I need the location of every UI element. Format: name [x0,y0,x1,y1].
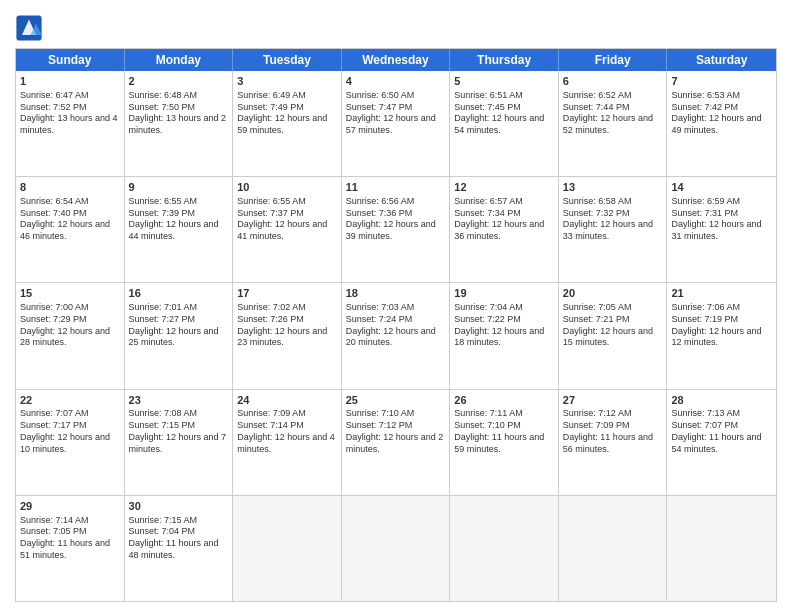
day-number: 26 [454,393,554,408]
daylight-info: Daylight: 12 hours and 46 minutes. [20,219,120,242]
sunrise-info: Sunrise: 7:07 AM [20,408,120,420]
sunset-info: Sunset: 7:44 PM [563,102,663,114]
sunrise-info: Sunrise: 6:57 AM [454,196,554,208]
sunset-info: Sunset: 7:17 PM [20,420,120,432]
daylight-info: Daylight: 12 hours and 31 minutes. [671,219,772,242]
day-cell-2: 2 Sunrise: 6:48 AM Sunset: 7:50 PM Dayli… [125,71,234,176]
day-cell-16: 16 Sunrise: 7:01 AM Sunset: 7:27 PM Dayl… [125,283,234,388]
daylight-info: Daylight: 12 hours and 59 minutes. [237,113,337,136]
day-number: 24 [237,393,337,408]
header [15,10,777,42]
day-cell-3: 3 Sunrise: 6:49 AM Sunset: 7:49 PM Dayli… [233,71,342,176]
daylight-info: Daylight: 13 hours and 2 minutes. [129,113,229,136]
day-number: 8 [20,180,120,195]
sunset-info: Sunset: 7:24 PM [346,314,446,326]
daylight-info: Daylight: 11 hours and 59 minutes. [454,432,554,455]
header-day-wednesday: Wednesday [342,49,451,71]
day-cell-21: 21 Sunrise: 7:06 AM Sunset: 7:19 PM Dayl… [667,283,776,388]
calendar-row-2: 8 Sunrise: 6:54 AM Sunset: 7:40 PM Dayli… [16,177,776,283]
day-number: 10 [237,180,337,195]
sunset-info: Sunset: 7:04 PM [129,526,229,538]
daylight-info: Daylight: 11 hours and 54 minutes. [671,432,772,455]
day-cell-7: 7 Sunrise: 6:53 AM Sunset: 7:42 PM Dayli… [667,71,776,176]
sunset-info: Sunset: 7:49 PM [237,102,337,114]
header-day-tuesday: Tuesday [233,49,342,71]
sunrise-info: Sunrise: 6:56 AM [346,196,446,208]
day-number: 20 [563,286,663,301]
day-cell-9: 9 Sunrise: 6:55 AM Sunset: 7:39 PM Dayli… [125,177,234,282]
sunset-info: Sunset: 7:05 PM [20,526,120,538]
day-number: 14 [671,180,772,195]
day-cell-14: 14 Sunrise: 6:59 AM Sunset: 7:31 PM Dayl… [667,177,776,282]
daylight-info: Daylight: 12 hours and 7 minutes. [129,432,229,455]
day-cell-13: 13 Sunrise: 6:58 AM Sunset: 7:32 PM Dayl… [559,177,668,282]
sunset-info: Sunset: 7:09 PM [563,420,663,432]
day-number: 4 [346,74,446,89]
sunrise-info: Sunrise: 7:14 AM [20,515,120,527]
daylight-info: Daylight: 12 hours and 10 minutes. [20,432,120,455]
day-number: 23 [129,393,229,408]
sunset-info: Sunset: 7:12 PM [346,420,446,432]
day-cell-4: 4 Sunrise: 6:50 AM Sunset: 7:47 PM Dayli… [342,71,451,176]
sunrise-info: Sunrise: 7:01 AM [129,302,229,314]
day-number: 30 [129,499,229,514]
header-day-saturday: Saturday [667,49,776,71]
sunrise-info: Sunrise: 6:55 AM [129,196,229,208]
sunrise-info: Sunrise: 7:05 AM [563,302,663,314]
daylight-info: Daylight: 11 hours and 48 minutes. [129,538,229,561]
sunrise-info: Sunrise: 6:58 AM [563,196,663,208]
calendar-body: 1 Sunrise: 6:47 AM Sunset: 7:52 PM Dayli… [16,71,776,601]
sunset-info: Sunset: 7:15 PM [129,420,229,432]
sunrise-info: Sunrise: 6:55 AM [237,196,337,208]
sunrise-info: Sunrise: 6:51 AM [454,90,554,102]
day-number: 27 [563,393,663,408]
sunset-info: Sunset: 7:19 PM [671,314,772,326]
sunrise-info: Sunrise: 7:12 AM [563,408,663,420]
sunset-info: Sunset: 7:21 PM [563,314,663,326]
sunrise-info: Sunrise: 6:48 AM [129,90,229,102]
empty-cell [233,496,342,601]
day-number: 3 [237,74,337,89]
header-day-monday: Monday [125,49,234,71]
day-cell-17: 17 Sunrise: 7:02 AM Sunset: 7:26 PM Dayl… [233,283,342,388]
daylight-info: Daylight: 12 hours and 15 minutes. [563,326,663,349]
sunset-info: Sunset: 7:29 PM [20,314,120,326]
day-cell-5: 5 Sunrise: 6:51 AM Sunset: 7:45 PM Dayli… [450,71,559,176]
day-cell-26: 26 Sunrise: 7:11 AM Sunset: 7:10 PM Dayl… [450,390,559,495]
sunrise-info: Sunrise: 7:04 AM [454,302,554,314]
sunrise-info: Sunrise: 7:02 AM [237,302,337,314]
day-cell-25: 25 Sunrise: 7:10 AM Sunset: 7:12 PM Dayl… [342,390,451,495]
sunset-info: Sunset: 7:37 PM [237,208,337,220]
daylight-info: Daylight: 11 hours and 56 minutes. [563,432,663,455]
day-number: 29 [20,499,120,514]
daylight-info: Daylight: 12 hours and 33 minutes. [563,219,663,242]
daylight-info: Daylight: 12 hours and 28 minutes. [20,326,120,349]
empty-cell [342,496,451,601]
day-cell-1: 1 Sunrise: 6:47 AM Sunset: 7:52 PM Dayli… [16,71,125,176]
daylight-info: Daylight: 12 hours and 57 minutes. [346,113,446,136]
day-number: 13 [563,180,663,195]
sunrise-info: Sunrise: 6:59 AM [671,196,772,208]
day-cell-27: 27 Sunrise: 7:12 AM Sunset: 7:09 PM Dayl… [559,390,668,495]
sunrise-info: Sunrise: 6:52 AM [563,90,663,102]
day-number: 2 [129,74,229,89]
daylight-info: Daylight: 12 hours and 25 minutes. [129,326,229,349]
daylight-info: Daylight: 12 hours and 39 minutes. [346,219,446,242]
logo-icon [15,14,43,42]
day-number: 28 [671,393,772,408]
sunset-info: Sunset: 7:39 PM [129,208,229,220]
calendar-header: SundayMondayTuesdayWednesdayThursdayFrid… [16,49,776,71]
day-cell-10: 10 Sunrise: 6:55 AM Sunset: 7:37 PM Dayl… [233,177,342,282]
sunset-info: Sunset: 7:22 PM [454,314,554,326]
day-number: 25 [346,393,446,408]
daylight-info: Daylight: 12 hours and 12 minutes. [671,326,772,349]
daylight-info: Daylight: 12 hours and 49 minutes. [671,113,772,136]
day-number: 11 [346,180,446,195]
logo [15,14,45,42]
calendar-row-4: 22 Sunrise: 7:07 AM Sunset: 7:17 PM Dayl… [16,390,776,496]
sunrise-info: Sunrise: 6:49 AM [237,90,337,102]
sunrise-info: Sunrise: 6:50 AM [346,90,446,102]
daylight-info: Daylight: 12 hours and 2 minutes. [346,432,446,455]
daylight-info: Daylight: 12 hours and 36 minutes. [454,219,554,242]
sunset-info: Sunset: 7:27 PM [129,314,229,326]
